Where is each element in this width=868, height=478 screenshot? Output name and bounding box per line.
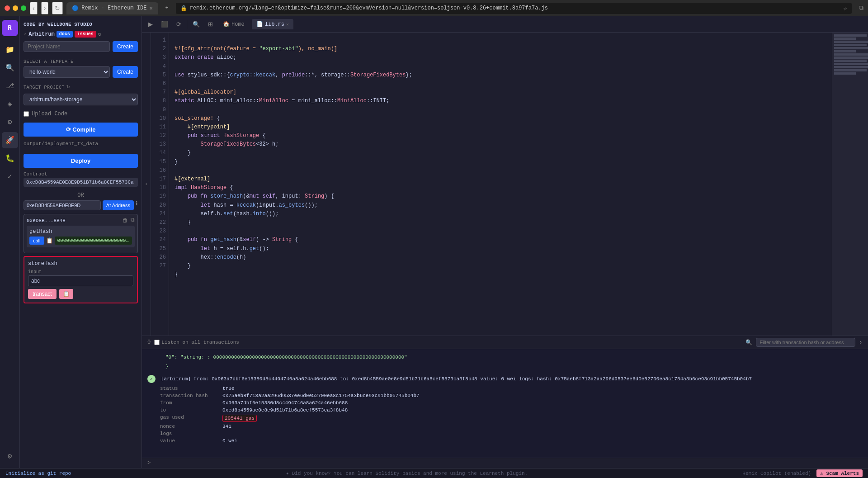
call-row: call 📋 0000000000000000000000000 xyxy=(29,237,132,245)
minimize-window-btn[interactable] xyxy=(13,5,18,11)
create-project-button[interactable]: Create xyxy=(113,41,138,52)
terminal-search-icon[interactable]: 🔍 xyxy=(745,339,752,346)
status-bar: Initialize as git repo ✦ Did you know? Y… xyxy=(0,468,868,478)
close-window-btn[interactable] xyxy=(5,5,10,11)
transact-button[interactable]: transact xyxy=(28,289,57,299)
store-hash-title: storeHash xyxy=(28,260,133,267)
sidebar-item-deploy[interactable]: 🚀 xyxy=(2,132,18,148)
log-row-tx-hash: transaction hash 0x75aeb8f713a2aa296d953… xyxy=(147,392,863,399)
more-search-button[interactable]: ⊞ xyxy=(205,19,216,29)
nonce-value: 341 xyxy=(222,424,231,429)
from-label: from xyxy=(160,400,219,406)
store-hash-input[interactable] xyxy=(28,275,133,286)
contract-label: Contract xyxy=(24,171,138,177)
back-button[interactable]: ‹ xyxy=(30,2,38,14)
prompt-symbol: > xyxy=(147,460,151,466)
select-template-label: SELECT A TEMPLATE xyxy=(24,56,138,66)
upload-code-checkbox[interactable] xyxy=(24,111,29,117)
delete-contract-icon[interactable]: 🗑 xyxy=(123,217,128,224)
create-template-button[interactable]: Create xyxy=(113,66,138,78)
main-layout: R 📁 🔍 ⎇ ◈ ⚙ 🚀 🐛 ✓ ⚙ CODE BY WELLDONE STU… xyxy=(0,16,868,468)
target-project-select[interactable]: arbitrum/hash-storage xyxy=(24,94,138,105)
tab-close-icon[interactable]: ✕ xyxy=(286,22,289,27)
transaction-filter-input[interactable] xyxy=(756,338,855,347)
refresh-icon[interactable]: ↻ xyxy=(98,31,101,38)
line-numbers: 12345 678910 1112131415 1617181920 21222… xyxy=(151,33,169,336)
sidebar-item-test[interactable]: ✓ xyxy=(2,168,18,185)
log-row-status: status true xyxy=(147,385,863,392)
sidebar-item-settings[interactable]: ⚙ xyxy=(2,448,18,464)
target-refresh-icon[interactable]: ↻ xyxy=(66,83,70,90)
scam-alert-badge[interactable]: ⚠ Scam Alerts xyxy=(816,469,863,477)
stop-button[interactable]: ⬛ xyxy=(158,19,171,29)
get-hash-method: getHash call 📋 0000000000000000000000000 xyxy=(27,226,135,247)
target-project-label: TARGET PROJECT xyxy=(24,81,65,92)
sidebar-item-git[interactable]: ⎇ xyxy=(2,78,18,94)
code-content[interactable]: #![cfg_attr(not(feature = "export-abi"),… xyxy=(169,33,832,336)
sidebar-item-search[interactable]: 🔍 xyxy=(2,60,18,76)
docs-badge[interactable]: docs xyxy=(57,31,73,38)
sidebar-item-compile[interactable]: ⚙ xyxy=(2,114,18,130)
forward-button[interactable]: › xyxy=(41,2,49,14)
tab-close-icon[interactable]: ✕ xyxy=(149,5,152,12)
lock-icon: 🔒 xyxy=(180,5,187,12)
input-label: input xyxy=(28,270,133,274)
breadcrumb: ‹ Arbitrum docs issues ↻ xyxy=(24,29,138,41)
target-project-select-row: arbitrum/hash-storage xyxy=(24,94,138,105)
deployed-contract: 0xeD8B...8B48 🗑 ⧉ getHash call 📋 0000000… xyxy=(24,214,138,253)
value-label: value xyxy=(160,438,219,444)
info-icon[interactable]: ℹ xyxy=(136,200,138,210)
upload-code-label: Upload Code xyxy=(32,111,67,117)
deployed-contract-address: 0xeD8B...8B48 xyxy=(27,218,66,223)
at-address-button[interactable]: At Address xyxy=(103,200,134,210)
filter-arrow-icon[interactable]: › xyxy=(859,339,863,346)
log-output-string: "0": "string: : 000000000000000000000000… xyxy=(147,353,863,362)
bookmark-icon[interactable]: ☆ xyxy=(844,5,847,12)
sidebar-item-files[interactable]: 📁 xyxy=(2,42,18,58)
divider xyxy=(187,20,187,29)
copy-contract-icon[interactable]: ⧉ xyxy=(131,217,135,224)
remix-copilot-label[interactable]: Remix Copilot (enabled) xyxy=(742,471,811,476)
to-value: 0xed8b4559ae0e8e9d51b71b6a8cef5573ca3f8b… xyxy=(222,407,348,413)
listen-all-transactions-checkbox[interactable] xyxy=(154,340,160,345)
home-icon: 🏠 xyxy=(223,21,230,28)
nonce-label: nonce xyxy=(160,424,219,429)
tab-lib-rs[interactable]: 📄 lib.rs ✕ xyxy=(252,19,293,29)
run-button[interactable]: ▶ xyxy=(146,19,156,29)
editor-area: ▶ ⬛ ⟳ 🔍 ⊞ 🏠 Home 📄 lib.rs ✕ ‹ xyxy=(142,16,868,468)
collapse-panel-icon[interactable]: ‹ xyxy=(142,33,151,336)
copy-call-icon[interactable]: 📋 xyxy=(46,237,53,244)
at-address-row: At Address ℹ xyxy=(24,200,138,210)
tx-hash-label: transaction hash xyxy=(160,393,219,398)
sidebar-item-plugin[interactable]: ◈ xyxy=(2,96,18,112)
call-button[interactable]: call xyxy=(29,237,44,245)
compile-button[interactable]: ⟳ Compile xyxy=(24,123,138,137)
search-code-button[interactable]: 🔍 xyxy=(190,19,203,29)
store-hash-box: storeHash input transact 📋 xyxy=(24,256,138,303)
copy-transact-button[interactable]: 📋 xyxy=(59,289,73,299)
deploy-button[interactable]: Deploy xyxy=(24,154,138,168)
tab-home[interactable]: 🏠 Home xyxy=(218,19,249,29)
window-controls xyxy=(5,5,26,11)
sidebar-item-debug[interactable]: 🐛 xyxy=(2,150,18,166)
template-select[interactable]: hello-world xyxy=(24,66,110,78)
call-result: 0000000000000000000000000 xyxy=(55,237,132,245)
project-name-input[interactable] xyxy=(24,41,110,52)
deployed-contract-actions: 🗑 ⧉ xyxy=(123,217,135,224)
git-init-label[interactable]: Initialize as git repo xyxy=(5,471,71,476)
output-string-value: "0": "string: : 000000000000000000000000… xyxy=(165,355,407,360)
address-bar[interactable]: 🔒 remix.ethereum.org/#lang=en&optimize=f… xyxy=(176,3,852,14)
listen-label: Listen on all transactions xyxy=(161,340,239,345)
maximize-window-btn[interactable] xyxy=(21,5,26,11)
issues-badge[interactable]: issues xyxy=(75,31,96,38)
target-project-row: TARGET PROJECT ↻ xyxy=(24,81,138,92)
home-label: Home xyxy=(231,21,245,28)
reload-button[interactable]: ↻ xyxy=(52,2,63,14)
browser-tab[interactable]: 🔵 Remix - Ethereum IDE ✕ xyxy=(66,2,158,14)
gas-used-label: gas_used xyxy=(160,415,219,422)
new-tab-button[interactable]: + xyxy=(162,3,172,13)
at-address-input[interactable] xyxy=(24,200,101,210)
reload-editor-button[interactable]: ⟳ xyxy=(174,19,184,29)
did-you-know-text: ✦ Did you know? You can learn Solidity b… xyxy=(286,471,528,476)
extensions-icon[interactable]: ⧉ xyxy=(859,5,863,12)
